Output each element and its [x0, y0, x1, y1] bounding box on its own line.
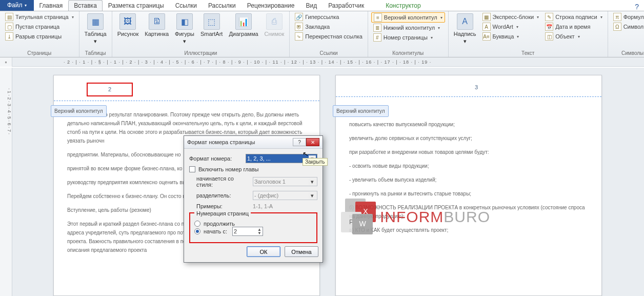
separator-label: разделитель: [196, 192, 250, 199]
signature-line-button[interactable]: ✎Строка подписи▾ [543, 12, 604, 22]
menu-bar: Файл Главная Вставка Разметка страницы С… [0, 0, 644, 11]
close-tooltip: Закрыть [303, 158, 328, 166]
wordart-button[interactable]: AWordArt▾ [480, 22, 541, 31]
page-number: 3 [349, 83, 588, 92]
hyperlink-button[interactable]: 🔗Гиперссылка [293, 12, 365, 22]
crossref-button[interactable]: ⤷Перекрестная ссылка [293, 32, 365, 41]
horizontal-ruler[interactable]: · 2 · | · 1 · | · § · | · 1 · | · 2 · | … [12, 60, 644, 65]
tab-developer[interactable]: Разработчик [323, 0, 370, 11]
header-label-tab: Верхний колонтитул [51, 105, 107, 117]
group-label: Страницы [3, 49, 76, 57]
textbox-button[interactable]: AНадпись▾ [452, 12, 478, 46]
group-label: Колонтитулы [371, 49, 445, 57]
dialog-titlebar[interactable]: Формат номера страницы ? ✕ [184, 136, 323, 149]
tab-design-context[interactable]: Конструктор [380, 0, 426, 11]
group-label: Таблицы [83, 49, 109, 57]
group-links: 🔗Гиперссылка ⛨Закладка ⤷Перекрестная ссы… [290, 11, 368, 57]
ruler-row: ▫ · 2 · | · 1 · | · § · | · 1 · | · 2 · … [0, 57, 644, 67]
page-number-button[interactable]: #Номер страницы▾ [371, 33, 445, 42]
tab-insert[interactable]: Вставка [68, 0, 103, 11]
ribbon: ▤Титульная страница▾ ▢Пустая страница ⤓Р… [0, 11, 644, 57]
ruler-corner: ▫ [0, 57, 12, 67]
page-numbering-group: Нумерация страниц продолжить начать с: 2… [189, 212, 317, 243]
picture-icon: 🖼 [119, 13, 136, 30]
date-time-button[interactable]: 📅Дата и время [543, 22, 604, 31]
starts-with-style-label: начинается со стиля: [196, 175, 250, 188]
start-at-spinner[interactable]: 2▲▼ [232, 227, 263, 236]
quick-icon: ▦ [482, 13, 491, 21]
blank-page-button[interactable]: ▢Пустая страница [3, 22, 76, 31]
equation-button[interactable]: πФормула▾ [611, 12, 644, 22]
cancel-button[interactable]: Отмена [285, 246, 318, 257]
help-icon[interactable]: ? [630, 3, 644, 11]
page-icon: ▤ [5, 13, 13, 21]
picture-button[interactable]: 🖼Рисунок [115, 12, 141, 38]
dialog-close-button[interactable]: ✕ [306, 138, 319, 146]
date-icon: 📅 [545, 23, 553, 31]
document-page-3[interactable]: 3 Верхний колонтитул чистого дохода; пов… [335, 75, 602, 296]
crossref-icon: ⤷ [295, 32, 303, 41]
tab-references[interactable]: Ссылки [170, 0, 203, 11]
sig-icon: ✎ [545, 13, 553, 21]
chart-icon: 📊 [235, 13, 252, 30]
examples-value: 1-1, 1-А [253, 203, 273, 209]
group-tables: ▦Таблица▾ Таблицы [79, 11, 112, 57]
dropcap-icon: A≡ [482, 32, 491, 41]
document-body: чистого дохода; повысить качество выпуск… [349, 106, 588, 234]
header-button[interactable]: ≡Верхний колонтитул▾ [371, 12, 445, 23]
group-pages: ▤Титульная страница▾ ▢Пустая страница ⤓Р… [0, 11, 79, 57]
table-button[interactable]: ▦Таблица▾ [83, 12, 109, 46]
footer-button[interactable]: ≣Нижний колонтитул▾ [371, 23, 445, 32]
file-menu[interactable]: Файл [0, 0, 34, 11]
object-button[interactable]: ◫Объект▾ [543, 32, 604, 41]
continue-radio[interactable] [194, 221, 200, 227]
symbol-button[interactable]: ΩСимвол▾ [611, 22, 644, 31]
ok-button[interactable]: ОК [247, 246, 280, 257]
bookmark-icon: ⛨ [295, 23, 303, 31]
header-icon: ≡ [374, 13, 382, 22]
header-label-tab: Верхний колонтитул [333, 105, 389, 117]
tab-review[interactable]: Рецензирование [242, 0, 300, 11]
vertical-ruler[interactable]: · 1 · 2 · 3 · 4 · 5 · 6 · 7 · [0, 68, 12, 296]
start-at-label: начать с: [204, 228, 227, 234]
dropcap-button[interactable]: A≡Буквица▾ [480, 32, 541, 41]
continue-label: продолжить [204, 221, 235, 227]
page-icon: ▢ [5, 23, 13, 31]
group-header-footer: ≡Верхний колонтитул▾ ≣Нижний колонтитул▾… [368, 11, 449, 57]
clipart-button[interactable]: 🖻Картинка [143, 12, 171, 38]
symbol-icon: Ω [613, 23, 621, 31]
equation-icon: π [613, 13, 621, 21]
dialog-help-button[interactable]: ? [293, 138, 306, 146]
page-break-button[interactable]: ⤓Разрыв страницы [3, 32, 76, 41]
tab-view[interactable]: Вид [300, 0, 323, 11]
quickparts-button[interactable]: ▦Экспресс-блоки▾ [480, 12, 541, 22]
dialog-title: Формат номера страницы [187, 139, 293, 145]
tab-home[interactable]: Главная [34, 0, 69, 11]
group-label: Символы [611, 49, 644, 57]
chart-button[interactable]: 📊Диаграмма [227, 12, 260, 38]
break-icon: ⤓ [5, 32, 13, 41]
smartart-button[interactable]: ⬚SmartArt [198, 12, 225, 38]
pages-container: 2 Верхний колонтитул к в бизнесе – это р… [12, 68, 644, 296]
link-icon: 🔗 [295, 13, 303, 21]
cover-page-button[interactable]: ▤Титульная страница▾ [3, 12, 76, 22]
bookmark-button[interactable]: ⛨Закладка [293, 22, 365, 31]
start-at-radio[interactable] [194, 228, 200, 234]
group-label: Иллюстрации [115, 49, 287, 57]
group-label: Ссылки [293, 49, 365, 57]
group-label: Текст [452, 49, 605, 57]
number-format-label: Формат номера: [189, 155, 243, 162]
tab-mailings[interactable]: Рассылки [203, 0, 242, 11]
pagenum-icon: # [373, 33, 381, 42]
include-chapter-checkbox[interactable] [189, 166, 195, 172]
screenshot-icon: ⎙ [266, 13, 283, 30]
wordart-icon: A [482, 23, 491, 31]
chapter-style-combo: Заголовок 1▾ [253, 177, 317, 186]
group-illustrations: 🖼Рисунок 🖻Картинка ◧Фигуры▾ ⬚SmartArt 📊Д… [112, 11, 290, 57]
tab-page-layout[interactable]: Разметка страницы [103, 0, 170, 11]
shapes-button[interactable]: ◧Фигуры▾ [173, 12, 196, 46]
shapes-icon: ◧ [176, 13, 193, 30]
page-number: 2 [87, 83, 133, 96]
screenshot-button[interactable]: ⎙Снимок [263, 12, 287, 38]
separator-combo: - (дефис)▾ [253, 191, 317, 200]
